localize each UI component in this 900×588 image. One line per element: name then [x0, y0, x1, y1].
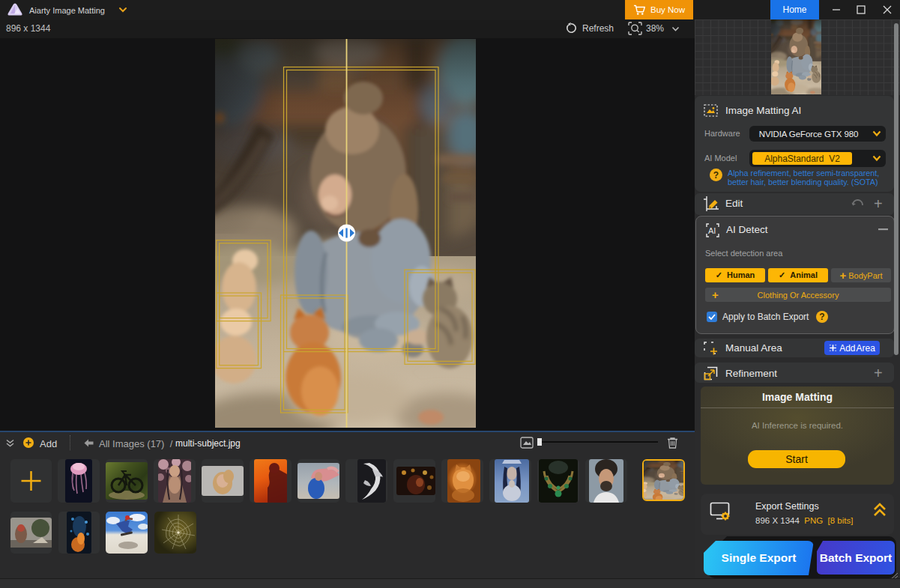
svg-text:AI: AI	[708, 226, 716, 235]
